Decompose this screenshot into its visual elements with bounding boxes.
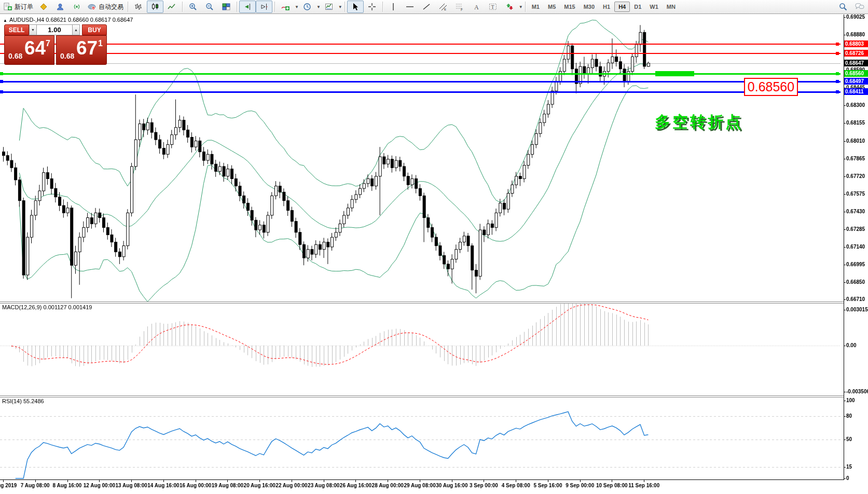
support-zone-rect[interactable] xyxy=(655,71,694,76)
alerts-icon xyxy=(73,3,81,11)
hline-object-0.68497[interactable] xyxy=(0,81,841,83)
price-tick-label: 0.66850 xyxy=(846,279,868,285)
hline-object-0.68726[interactable] xyxy=(0,53,841,54)
price-tick-label: 0.68880 xyxy=(846,32,868,37)
chart-ohlc-header: ▲AUDUSD-,H4 0.68621 0.68660 0.68617 0.68… xyxy=(3,17,133,23)
search-button[interactable] xyxy=(835,1,851,13)
hline-endpoint-marker[interactable] xyxy=(836,90,839,93)
zoom-out-button[interactable] xyxy=(201,1,218,13)
collapse-panel-icon[interactable]: ▲ xyxy=(3,18,7,23)
hline-endpoint-marker[interactable] xyxy=(0,80,3,83)
buy-button[interactable]: BUY xyxy=(82,24,107,35)
periods-button-dropdown-icon[interactable]: ▼ xyxy=(316,5,321,9)
price-tag-0.68647: 0.68647 xyxy=(844,60,868,66)
charts-button[interactable] xyxy=(35,1,52,13)
alerts-button[interactable] xyxy=(68,1,85,13)
bar-chart-button[interactable] xyxy=(130,1,147,13)
timeframe-h4-button[interactable]: H4 xyxy=(614,2,630,12)
date-tick-label: 13 Aug 08:00 xyxy=(116,483,147,488)
autotrading-button[interactable]: 自动交易 xyxy=(85,1,126,13)
hline-endpoint-marker[interactable] xyxy=(836,80,839,83)
timeframe-w1-button[interactable]: W1 xyxy=(645,2,663,12)
tile-windows-button[interactable] xyxy=(218,1,235,13)
new-order-button[interactable]: 新订单 xyxy=(2,1,35,13)
date-tick-mark xyxy=(355,480,356,482)
templates-button-dropdown-icon[interactable]: ▼ xyxy=(338,5,342,9)
turning-point-annotation[interactable]: 多空转折点 xyxy=(655,112,743,133)
date-tick-label: 20 Aug 16:00 xyxy=(244,483,275,488)
channel-button[interactable]: E xyxy=(435,1,451,13)
text-button[interactable]: A xyxy=(468,1,485,13)
timeframe-m30-button[interactable]: M30 xyxy=(580,2,599,12)
volume-increase-button[interactable]: ▲ xyxy=(72,24,80,35)
rsi-tick-label: 80 xyxy=(846,413,868,419)
date-tick-mark xyxy=(484,480,484,482)
hline-endpoint-marker[interactable] xyxy=(836,43,839,46)
timeframe-m1-button[interactable]: M1 xyxy=(528,2,544,12)
text-label-button[interactable]: T xyxy=(485,1,501,13)
date-tick-mark xyxy=(259,480,260,482)
volume-decrease-button[interactable]: ▼ xyxy=(29,24,37,35)
cursor-icon xyxy=(351,3,360,11)
periods-button[interactable] xyxy=(299,1,315,13)
timeframe-h1-button[interactable]: H1 xyxy=(599,2,614,12)
chart-shift-button[interactable] xyxy=(256,1,272,13)
timeframe-m5-button[interactable]: M5 xyxy=(544,2,560,12)
channel-icon: E xyxy=(439,3,447,11)
date-tick-mark xyxy=(67,480,68,482)
vertical-line-button[interactable] xyxy=(385,1,402,13)
profiles-button[interactable] xyxy=(52,1,68,13)
trendline-button[interactable] xyxy=(418,1,435,13)
auto-scroll-button[interactable] xyxy=(239,1,256,13)
auto-scroll-icon xyxy=(243,3,252,11)
price-chart-canvas[interactable] xyxy=(0,15,844,490)
autotrading-icon xyxy=(87,3,97,11)
hline-object-0.68803[interactable] xyxy=(0,44,841,45)
price-tick-label: 0.68300 xyxy=(846,102,868,108)
svg-text:A: A xyxy=(474,4,479,11)
pane-separator[interactable] xyxy=(0,301,844,304)
sell-button[interactable]: SELL xyxy=(4,24,29,35)
hline-endpoint-marker[interactable] xyxy=(836,52,839,55)
volume-input[interactable]: 1.00 xyxy=(37,24,72,35)
chat-button[interactable] xyxy=(851,1,868,13)
charts-icon xyxy=(39,3,48,11)
price-tag-0.68726: 0.68726 xyxy=(844,50,868,57)
candlestick-button[interactable] xyxy=(147,1,163,13)
zoom-in-button[interactable] xyxy=(185,1,201,13)
horizontal-line-button[interactable] xyxy=(402,1,418,13)
timeframe-mn-button[interactable]: MN xyxy=(663,2,680,12)
sell-price-button[interactable]: 0.68 64 7 xyxy=(4,35,54,65)
crosshair-button[interactable] xyxy=(364,1,380,13)
pane-separator[interactable] xyxy=(0,395,844,397)
indicators-button-dropdown-icon[interactable]: ▼ xyxy=(295,5,299,9)
hline-endpoint-marker[interactable] xyxy=(0,72,3,75)
clock-icon xyxy=(303,3,311,11)
fibonacci-button[interactable]: F xyxy=(451,1,468,13)
line-chart-button[interactable] xyxy=(163,1,180,13)
hline-endpoint-marker[interactable] xyxy=(0,90,3,93)
date-tick-label: 14 Aug 16:00 xyxy=(147,483,179,488)
axis-tick-mark xyxy=(844,440,846,440)
templates-button[interactable] xyxy=(321,1,337,13)
date-tick-mark xyxy=(163,480,164,482)
hline-object-0.68411[interactable] xyxy=(0,91,841,93)
cursor-button[interactable] xyxy=(347,1,364,13)
rsi-tick-label: 0 xyxy=(846,475,868,481)
axis-tick-mark xyxy=(844,282,846,283)
price-level-callout[interactable]: 0.68560 xyxy=(744,78,798,96)
timeframe-d1-button[interactable]: D1 xyxy=(630,2,645,12)
arrows-icon xyxy=(505,3,514,11)
hline-endpoint-marker[interactable] xyxy=(836,72,839,75)
date-tick-label: 10 Sep 08:00 xyxy=(596,483,628,488)
arrows-button-dropdown-icon[interactable]: ▼ xyxy=(519,5,523,9)
timeframe-m15-button[interactable]: M15 xyxy=(560,2,579,12)
hline-object-0.6856[interactable] xyxy=(0,73,841,75)
indicators-icon xyxy=(281,3,290,11)
buy-price-button[interactable]: 0.68 67 1 xyxy=(56,35,107,65)
price-tick-label: 0.67430 xyxy=(846,209,868,214)
arrows-button[interactable] xyxy=(501,1,518,13)
indicators-button[interactable] xyxy=(277,1,294,13)
date-tick-mark xyxy=(420,480,420,482)
date-tick-mark xyxy=(324,480,324,482)
